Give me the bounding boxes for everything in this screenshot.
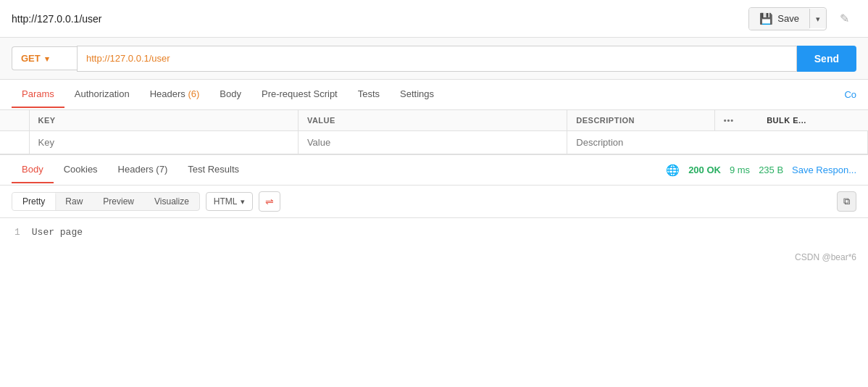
response-body: 1User page <box>0 218 868 246</box>
save-dropdown-button[interactable] <box>809 9 826 28</box>
response-tabs-bar: Body Cookies Headers (7) Test Results 🌐 … <box>0 155 868 186</box>
description-input[interactable] <box>576 137 859 148</box>
tab-settings[interactable]: Settings <box>390 81 444 108</box>
response-tab-body[interactable]: Body <box>12 157 54 183</box>
request-tabs-bar: Params Authorization Headers (6) Body Pr… <box>0 80 868 110</box>
col-value: VALUE <box>298 110 567 131</box>
format-select[interactable]: HTML <box>206 192 253 211</box>
headers-badge: (6) <box>188 88 199 99</box>
key-cell[interactable] <box>29 131 298 154</box>
more-dots-icon[interactable]: ••• <box>724 116 735 125</box>
format-tab-raw[interactable]: Raw <box>55 193 93 210</box>
url-input[interactable] <box>77 46 797 72</box>
value-cell[interactable] <box>298 131 567 154</box>
table-row <box>0 131 868 154</box>
response-tab-cookies[interactable]: Cookies <box>54 157 108 183</box>
response-status: 🌐 200 OK 9 ms 235 B Save Respon... <box>666 164 856 177</box>
key-input[interactable] <box>38 137 289 148</box>
top-url: http://127.0.0.1/user <box>12 13 102 25</box>
method-select[interactable]: GET <box>12 46 77 70</box>
copy-button[interactable]: ⧉ <box>837 191 856 212</box>
format-tab-pretty[interactable]: Pretty <box>12 193 55 210</box>
watermark-text: CSDN @bear*6 <box>795 252 856 262</box>
wrap-icon: ⇌ <box>265 196 274 207</box>
tab-params[interactable]: Params <box>12 81 64 108</box>
response-tab-headers[interactable]: Headers (7) <box>108 157 178 183</box>
line-number: 1 <box>14 227 20 238</box>
col-bulk: Bulk E... <box>758 110 867 131</box>
tab-more[interactable]: Co <box>844 89 856 100</box>
tab-authorization[interactable]: Authorization <box>64 81 140 108</box>
format-tabs: Pretty Raw Preview Visualize <box>12 192 200 211</box>
tab-tests[interactable]: Tests <box>348 81 390 108</box>
send-button[interactable]: Send <box>797 46 856 72</box>
request-bar: GET Send <box>0 38 868 80</box>
params-table: KEY VALUE DESCRIPTION ••• Bulk E... <box>0 110 868 154</box>
format-chevron-icon <box>241 196 245 207</box>
tab-prerequest[interactable]: Pre-request Script <box>251 81 348 108</box>
col-key: KEY <box>29 110 298 131</box>
format-tab-preview[interactable]: Preview <box>93 193 144 210</box>
response-size: 235 B <box>759 165 783 175</box>
floppy-icon: 💾 <box>759 12 773 25</box>
response-headers-badge: (7) <box>156 164 167 175</box>
col-description: DESCRIPTION <box>567 110 714 131</box>
tab-headers[interactable]: Headers (6) <box>140 81 210 108</box>
save-response-button[interactable]: Save Respon... <box>792 165 856 175</box>
format-label: HTML <box>214 196 238 207</box>
edit-button[interactable]: ✎ <box>832 7 856 30</box>
response-format-bar: Pretty Raw Preview Visualize HTML ⇌ ⧉ <box>0 186 868 218</box>
response-time: 9 ms <box>730 165 750 175</box>
tab-body[interactable]: Body <box>209 81 251 108</box>
value-input[interactable] <box>307 137 558 148</box>
format-tab-visualize[interactable]: Visualize <box>144 193 199 210</box>
wrap-button[interactable]: ⇌ <box>259 191 280 212</box>
top-bar: http://127.0.0.1/user 💾 Save ✎ <box>0 0 868 38</box>
description-cell[interactable] <box>567 131 868 154</box>
status-code: 200 OK <box>688 165 721 175</box>
response-section: Body Cookies Headers (7) Test Results 🌐 … <box>0 154 868 246</box>
save-label: Save <box>777 13 799 24</box>
method-dropdown-icon <box>45 53 49 64</box>
copy-icon: ⧉ <box>843 196 850 207</box>
method-label: GET <box>21 53 41 64</box>
globe-icon: 🌐 <box>666 164 680 177</box>
col-actions: ••• <box>714 110 758 131</box>
chevron-down-icon <box>816 13 820 24</box>
params-section: KEY VALUE DESCRIPTION ••• Bulk E... <box>0 110 868 154</box>
edit-icon: ✎ <box>840 12 849 25</box>
watermark: CSDN @bear*6 <box>0 246 868 268</box>
save-btn-group: 💾 Save <box>748 7 827 30</box>
response-tab-test-results[interactable]: Test Results <box>178 157 249 183</box>
response-content: User page <box>32 227 83 238</box>
save-button[interactable]: 💾 Save <box>749 8 809 30</box>
top-actions: 💾 Save ✎ <box>748 7 856 30</box>
